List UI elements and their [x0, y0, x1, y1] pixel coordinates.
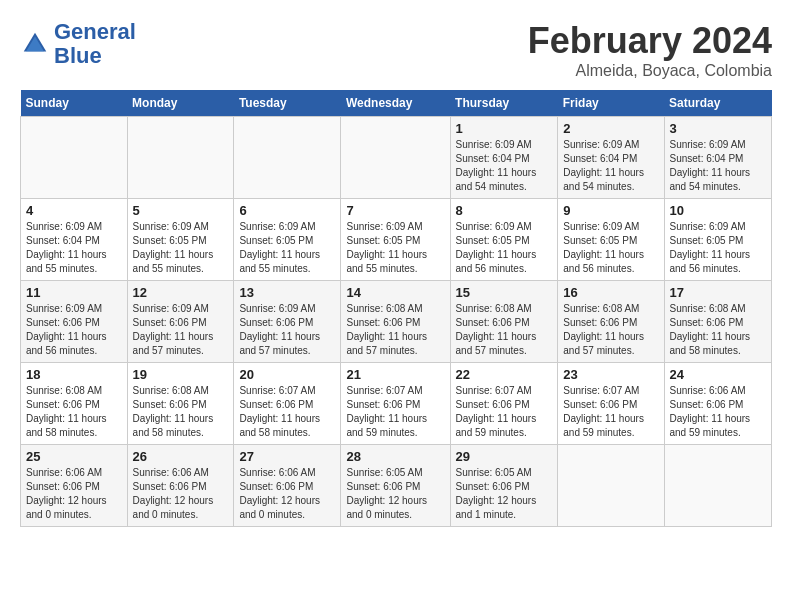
calendar-day-cell: 7Sunrise: 6:09 AMSunset: 6:05 PMDaylight…: [341, 199, 450, 281]
calendar-day-cell: 3Sunrise: 6:09 AMSunset: 6:04 PMDaylight…: [664, 117, 772, 199]
calendar-day-cell: 22Sunrise: 6:07 AMSunset: 6:06 PMDayligh…: [450, 363, 558, 445]
calendar-day-cell: 9Sunrise: 6:09 AMSunset: 6:05 PMDaylight…: [558, 199, 664, 281]
calendar-table: SundayMondayTuesdayWednesdayThursdayFrid…: [20, 90, 772, 527]
day-info: Sunrise: 6:09 AMSunset: 6:04 PMDaylight:…: [670, 138, 767, 194]
day-number: 15: [456, 285, 553, 300]
calendar-week-row: 4Sunrise: 6:09 AMSunset: 6:04 PMDaylight…: [21, 199, 772, 281]
day-number: 11: [26, 285, 122, 300]
calendar-day-header: Tuesday: [234, 90, 341, 117]
day-info: Sunrise: 6:09 AMSunset: 6:05 PMDaylight:…: [239, 220, 335, 276]
day-number: 5: [133, 203, 229, 218]
day-info: Sunrise: 6:06 AMSunset: 6:06 PMDaylight:…: [26, 466, 122, 522]
day-info: Sunrise: 6:07 AMSunset: 6:06 PMDaylight:…: [563, 384, 658, 440]
calendar-day-cell: [558, 445, 664, 527]
day-number: 12: [133, 285, 229, 300]
calendar-day-cell: [664, 445, 772, 527]
calendar-day-cell: 17Sunrise: 6:08 AMSunset: 6:06 PMDayligh…: [664, 281, 772, 363]
day-number: 10: [670, 203, 767, 218]
day-info: Sunrise: 6:09 AMSunset: 6:05 PMDaylight:…: [346, 220, 444, 276]
calendar-day-cell: 5Sunrise: 6:09 AMSunset: 6:05 PMDaylight…: [127, 199, 234, 281]
calendar-day-cell: [21, 117, 128, 199]
day-info: Sunrise: 6:08 AMSunset: 6:06 PMDaylight:…: [670, 302, 767, 358]
header: General Blue February 2024 Almeida, Boya…: [20, 20, 772, 80]
calendar-day-cell: 21Sunrise: 6:07 AMSunset: 6:06 PMDayligh…: [341, 363, 450, 445]
calendar-day-cell: 28Sunrise: 6:05 AMSunset: 6:06 PMDayligh…: [341, 445, 450, 527]
calendar-day-cell: 26Sunrise: 6:06 AMSunset: 6:06 PMDayligh…: [127, 445, 234, 527]
calendar-day-cell: 18Sunrise: 6:08 AMSunset: 6:06 PMDayligh…: [21, 363, 128, 445]
day-info: Sunrise: 6:08 AMSunset: 6:06 PMDaylight:…: [456, 302, 553, 358]
calendar-week-row: 11Sunrise: 6:09 AMSunset: 6:06 PMDayligh…: [21, 281, 772, 363]
calendar-day-cell: 19Sunrise: 6:08 AMSunset: 6:06 PMDayligh…: [127, 363, 234, 445]
day-info: Sunrise: 6:09 AMSunset: 6:05 PMDaylight:…: [133, 220, 229, 276]
calendar-day-header: Monday: [127, 90, 234, 117]
day-info: Sunrise: 6:09 AMSunset: 6:06 PMDaylight:…: [133, 302, 229, 358]
day-number: 2: [563, 121, 658, 136]
location-title: Almeida, Boyaca, Colombia: [528, 62, 772, 80]
calendar-day-cell: [234, 117, 341, 199]
day-number: 13: [239, 285, 335, 300]
day-number: 19: [133, 367, 229, 382]
calendar-day-cell: 24Sunrise: 6:06 AMSunset: 6:06 PMDayligh…: [664, 363, 772, 445]
day-info: Sunrise: 6:09 AMSunset: 6:04 PMDaylight:…: [563, 138, 658, 194]
day-number: 14: [346, 285, 444, 300]
day-number: 7: [346, 203, 444, 218]
day-number: 16: [563, 285, 658, 300]
day-info: Sunrise: 6:09 AMSunset: 6:05 PMDaylight:…: [456, 220, 553, 276]
day-number: 6: [239, 203, 335, 218]
calendar-day-cell: 25Sunrise: 6:06 AMSunset: 6:06 PMDayligh…: [21, 445, 128, 527]
day-info: Sunrise: 6:08 AMSunset: 6:06 PMDaylight:…: [133, 384, 229, 440]
day-info: Sunrise: 6:06 AMSunset: 6:06 PMDaylight:…: [133, 466, 229, 522]
calendar-day-cell: 20Sunrise: 6:07 AMSunset: 6:06 PMDayligh…: [234, 363, 341, 445]
day-info: Sunrise: 6:07 AMSunset: 6:06 PMDaylight:…: [239, 384, 335, 440]
day-number: 18: [26, 367, 122, 382]
day-number: 25: [26, 449, 122, 464]
day-info: Sunrise: 6:09 AMSunset: 6:04 PMDaylight:…: [456, 138, 553, 194]
calendar-day-header: Saturday: [664, 90, 772, 117]
calendar-day-header: Thursday: [450, 90, 558, 117]
calendar-day-cell: 1Sunrise: 6:09 AMSunset: 6:04 PMDaylight…: [450, 117, 558, 199]
calendar-day-cell: 29Sunrise: 6:05 AMSunset: 6:06 PMDayligh…: [450, 445, 558, 527]
calendar-day-cell: 14Sunrise: 6:08 AMSunset: 6:06 PMDayligh…: [341, 281, 450, 363]
month-title: February 2024: [528, 20, 772, 62]
day-info: Sunrise: 6:06 AMSunset: 6:06 PMDaylight:…: [670, 384, 767, 440]
day-number: 4: [26, 203, 122, 218]
calendar-day-cell: 11Sunrise: 6:09 AMSunset: 6:06 PMDayligh…: [21, 281, 128, 363]
day-info: Sunrise: 6:07 AMSunset: 6:06 PMDaylight:…: [346, 384, 444, 440]
calendar-body: 1Sunrise: 6:09 AMSunset: 6:04 PMDaylight…: [21, 117, 772, 527]
day-number: 3: [670, 121, 767, 136]
calendar-day-cell: 13Sunrise: 6:09 AMSunset: 6:06 PMDayligh…: [234, 281, 341, 363]
logo: General Blue: [20, 20, 136, 68]
calendar-day-cell: [127, 117, 234, 199]
day-number: 24: [670, 367, 767, 382]
calendar-week-row: 25Sunrise: 6:06 AMSunset: 6:06 PMDayligh…: [21, 445, 772, 527]
day-info: Sunrise: 6:09 AMSunset: 6:05 PMDaylight:…: [563, 220, 658, 276]
day-number: 1: [456, 121, 553, 136]
day-info: Sunrise: 6:08 AMSunset: 6:06 PMDaylight:…: [346, 302, 444, 358]
day-info: Sunrise: 6:07 AMSunset: 6:06 PMDaylight:…: [456, 384, 553, 440]
calendar-week-row: 1Sunrise: 6:09 AMSunset: 6:04 PMDaylight…: [21, 117, 772, 199]
calendar-day-header: Friday: [558, 90, 664, 117]
day-info: Sunrise: 6:06 AMSunset: 6:06 PMDaylight:…: [239, 466, 335, 522]
day-number: 27: [239, 449, 335, 464]
day-info: Sunrise: 6:09 AMSunset: 6:04 PMDaylight:…: [26, 220, 122, 276]
logo-icon: [20, 29, 50, 59]
calendar-day-cell: [341, 117, 450, 199]
calendar-day-cell: 10Sunrise: 6:09 AMSunset: 6:05 PMDayligh…: [664, 199, 772, 281]
day-number: 21: [346, 367, 444, 382]
calendar-day-cell: 12Sunrise: 6:09 AMSunset: 6:06 PMDayligh…: [127, 281, 234, 363]
day-info: Sunrise: 6:09 AMSunset: 6:06 PMDaylight:…: [26, 302, 122, 358]
day-number: 8: [456, 203, 553, 218]
day-info: Sunrise: 6:08 AMSunset: 6:06 PMDaylight:…: [563, 302, 658, 358]
calendar-day-cell: 27Sunrise: 6:06 AMSunset: 6:06 PMDayligh…: [234, 445, 341, 527]
day-info: Sunrise: 6:05 AMSunset: 6:06 PMDaylight:…: [346, 466, 444, 522]
calendar-day-cell: 23Sunrise: 6:07 AMSunset: 6:06 PMDayligh…: [558, 363, 664, 445]
day-number: 17: [670, 285, 767, 300]
title-area: February 2024 Almeida, Boyaca, Colombia: [528, 20, 772, 80]
day-number: 20: [239, 367, 335, 382]
calendar-header-row: SundayMondayTuesdayWednesdayThursdayFrid…: [21, 90, 772, 117]
day-info: Sunrise: 6:05 AMSunset: 6:06 PMDaylight:…: [456, 466, 553, 522]
day-number: 28: [346, 449, 444, 464]
calendar-day-cell: 16Sunrise: 6:08 AMSunset: 6:06 PMDayligh…: [558, 281, 664, 363]
calendar-day-header: Sunday: [21, 90, 128, 117]
calendar-day-cell: 4Sunrise: 6:09 AMSunset: 6:04 PMDaylight…: [21, 199, 128, 281]
